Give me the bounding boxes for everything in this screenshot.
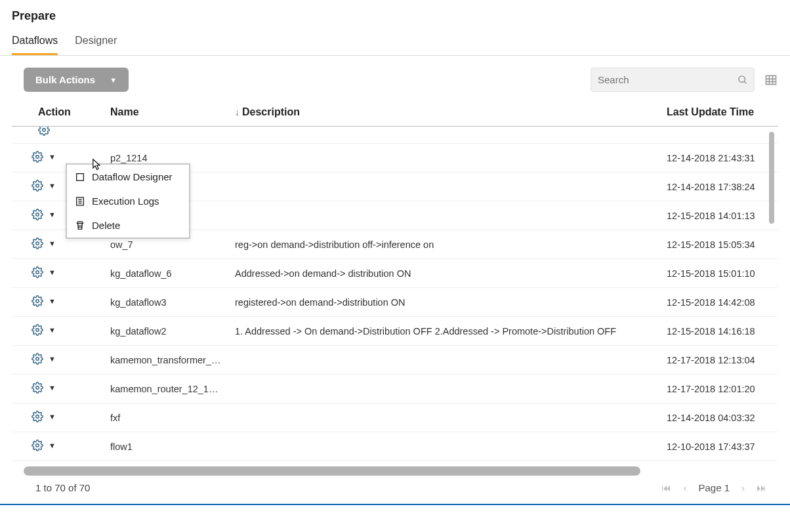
row-name[interactable]: flow1 bbox=[104, 432, 228, 461]
scroll-thumb[interactable] bbox=[769, 132, 774, 224]
row-action-trigger[interactable]: ▼ bbox=[31, 295, 56, 307]
horizontal-scrollbar[interactable] bbox=[24, 466, 640, 476]
svg-line-1 bbox=[744, 81, 746, 83]
row-name[interactable]: fxf bbox=[104, 403, 228, 432]
row-action-trigger[interactable]: ▼ bbox=[31, 382, 56, 394]
vertical-scrollbar[interactable] bbox=[768, 127, 774, 455]
action-cell: ▼ bbox=[12, 375, 104, 403]
gear-icon bbox=[31, 353, 43, 365]
pager: ⏮ ‹ Page 1 › ⏭ bbox=[661, 482, 766, 493]
gear-icon bbox=[31, 382, 43, 394]
row-name[interactable]: kg_dataflow2 bbox=[104, 317, 228, 346]
row-description bbox=[228, 201, 660, 230]
menu-dataflow-designer[interactable]: Dataflow Designer bbox=[67, 165, 189, 189]
row-time: 12-17-2018 12:01:20 bbox=[660, 375, 778, 403]
table-row: ▼kg_dataflow3registered->on demand->dist… bbox=[12, 288, 778, 317]
menu-execution-logs[interactable]: Execution Logs bbox=[67, 189, 189, 213]
gear-icon bbox=[31, 295, 43, 307]
tab-designer[interactable]: Designer bbox=[75, 30, 117, 55]
row-description bbox=[228, 375, 660, 403]
svg-point-13 bbox=[36, 300, 39, 303]
action-cell: ▼ bbox=[12, 346, 104, 375]
row-action-trigger[interactable]: ▼ bbox=[31, 324, 56, 336]
toolbar: Bulk Actions ▼ bbox=[0, 56, 790, 101]
table-row: ▼fxf12-14-2018 04:03:32 bbox=[12, 403, 778, 432]
row-time: 12-10-2018 17:43:37 bbox=[660, 432, 778, 461]
row-time: 12-14-2018 21:43:31 bbox=[660, 144, 778, 173]
menu-label: Delete bbox=[92, 220, 120, 231]
gear-icon bbox=[31, 151, 43, 163]
row-name[interactable]: kg_dataflow3 bbox=[104, 288, 228, 317]
bottom-accent bbox=[0, 504, 790, 505]
action-cell: ▼ bbox=[12, 259, 104, 288]
bulk-actions-button[interactable]: Bulk Actions ▼ bbox=[24, 68, 129, 92]
row-action-trigger[interactable]: ▼ bbox=[31, 151, 56, 163]
gear-icon bbox=[31, 440, 43, 451]
search-input-wrap bbox=[591, 68, 755, 92]
gear-icon bbox=[31, 266, 43, 278]
row-range: 1 to 70 of 70 bbox=[35, 482, 90, 493]
page-next-icon[interactable]: › bbox=[741, 482, 745, 493]
row-action-trigger[interactable]: ▼ bbox=[31, 440, 56, 451]
svg-rect-2 bbox=[766, 75, 776, 84]
row-action-trigger[interactable]: ▼ bbox=[31, 209, 56, 220]
logs-icon bbox=[75, 196, 85, 207]
designer-icon bbox=[75, 172, 85, 182]
row-description: registered->on demand->distribution ON bbox=[228, 288, 660, 317]
col-description[interactable]: ↓Description bbox=[228, 101, 660, 127]
row-time: 12-14-2018 04:03:32 bbox=[660, 403, 778, 432]
gear-icon[interactable] bbox=[18, 127, 50, 136]
row-time: 12-15-2018 15:01:10 bbox=[660, 259, 778, 288]
row-description bbox=[228, 144, 660, 173]
page-first-icon[interactable]: ⏮ bbox=[661, 482, 671, 493]
row-action-trigger[interactable]: ▼ bbox=[31, 180, 56, 192]
svg-point-17 bbox=[36, 415, 39, 419]
table-row: ▼flow112-10-2018 17:43:37 bbox=[12, 432, 778, 461]
col-name[interactable]: Name bbox=[104, 101, 228, 127]
row-description bbox=[228, 346, 660, 375]
page-last-icon[interactable]: ⏭ bbox=[757, 482, 766, 493]
gear-icon bbox=[31, 237, 43, 249]
row-action-trigger[interactable]: ▼ bbox=[31, 237, 56, 249]
table-row-partial bbox=[12, 127, 778, 144]
page-prev-icon[interactable]: ‹ bbox=[683, 482, 686, 493]
svg-point-16 bbox=[36, 386, 39, 390]
svg-point-14 bbox=[36, 329, 39, 332]
caret-down-icon: ▼ bbox=[49, 441, 56, 449]
gear-icon bbox=[31, 180, 43, 192]
row-time: 12-17-2018 12:13:04 bbox=[660, 346, 778, 375]
svg-point-7 bbox=[43, 129, 46, 132]
row-name[interactable]: kg_dataflow_6 bbox=[104, 259, 228, 288]
caret-down-icon: ▼ bbox=[49, 239, 56, 247]
row-name[interactable]: kamemon_router_12_17_2… bbox=[104, 375, 228, 403]
table-row: ▼kamemon_router_12_17_2…12-17-2018 12:01… bbox=[12, 375, 778, 403]
col-action[interactable]: Action bbox=[12, 101, 104, 127]
search-input[interactable] bbox=[591, 68, 755, 92]
action-cell: ▼ bbox=[12, 432, 104, 461]
caret-down-icon: ▼ bbox=[49, 268, 56, 276]
page-title: Prepare bbox=[0, 0, 790, 30]
tabs: Dataflows Designer bbox=[0, 30, 790, 56]
menu-label: Dataflow Designer bbox=[92, 171, 173, 182]
dataflows-table: Action Name ↓Description Last Update Tim… bbox=[12, 101, 778, 127]
svg-point-12 bbox=[36, 271, 39, 274]
table-row: ▼kg_dataflow21. Addressed -> On demand->… bbox=[12, 317, 778, 346]
columns-icon[interactable] bbox=[764, 73, 778, 87]
search-icon[interactable] bbox=[738, 75, 748, 85]
svg-point-8 bbox=[36, 155, 39, 159]
menu-delete[interactable]: Delete bbox=[67, 213, 189, 237]
action-cell: ▼ bbox=[12, 403, 104, 432]
col-time[interactable]: Last Update Time bbox=[660, 101, 778, 127]
tab-dataflows[interactable]: Dataflows bbox=[12, 30, 58, 55]
trash-icon bbox=[75, 220, 85, 231]
page-label: Page 1 bbox=[698, 482, 730, 493]
row-action-trigger[interactable]: ▼ bbox=[31, 353, 56, 365]
row-action-trigger[interactable]: ▼ bbox=[31, 411, 56, 422]
row-description: reg->on demand->distribution off->infere… bbox=[228, 230, 660, 259]
gear-icon bbox=[31, 411, 43, 422]
row-name[interactable]: kamemon_transformer_12… bbox=[104, 346, 228, 375]
row-description: Addressed->on demand-> distribution ON bbox=[228, 259, 660, 288]
table-footer: 1 to 70 of 70 ⏮ ‹ Page 1 › ⏭ bbox=[0, 476, 790, 502]
row-time: 12-15-2018 14:16:18 bbox=[660, 317, 778, 346]
row-action-trigger[interactable]: ▼ bbox=[31, 266, 56, 278]
